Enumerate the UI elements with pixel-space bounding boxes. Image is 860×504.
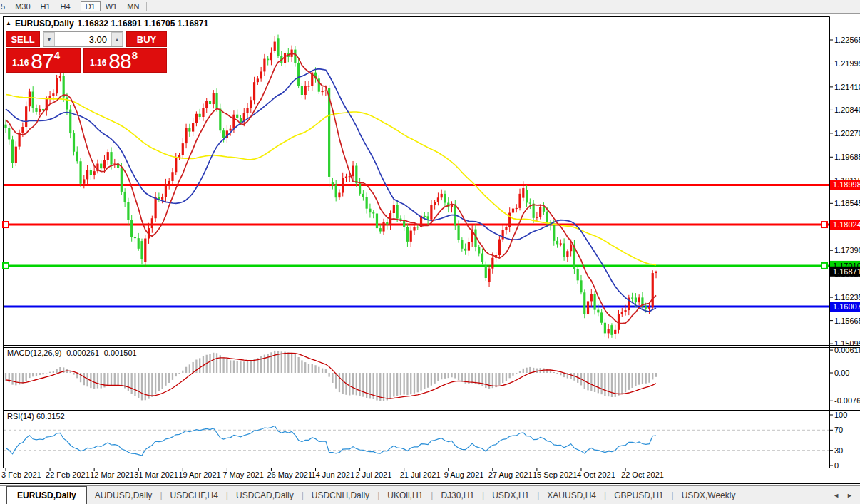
date-label: 3 Feb 2021 <box>1 470 41 479</box>
collapse-trade-panel-icon[interactable]: ▲ <box>6 21 11 26</box>
tab-ukoil-h1[interactable]: UKOil,H1 <box>379 486 431 504</box>
tab-gbpusd-h1[interactable]: GBPUSD,H1 <box>606 486 671 504</box>
tab-bar-stub <box>0 486 6 504</box>
ma-55-line <box>6 95 656 265</box>
timeframe-button-w1[interactable]: W1 <box>101 1 123 11</box>
svg-text:1.20270: 1.20270 <box>834 129 860 138</box>
price-badge: 1.16007 <box>833 302 860 311</box>
timeframe-button-h1[interactable]: H1 <box>36 1 56 11</box>
svg-text:1.19685: 1.19685 <box>834 153 860 161</box>
timeframe-button-d1[interactable]: D1 <box>81 1 101 11</box>
buy-price-pips: 88 <box>108 51 130 71</box>
date-label: 22 Oct 2021 <box>621 470 664 479</box>
svg-text:0.006193: 0.006193 <box>834 346 860 354</box>
toolbar-separator <box>78 2 78 11</box>
rsi-indicator-label: RSI(14) 60.3152 <box>7 412 65 421</box>
date-label: 22 Feb 2021 <box>46 470 90 479</box>
date-label: 19 Apr 2021 <box>178 470 220 479</box>
price-chart: 1.225651.219951.214101.208401.202701.196… <box>0 0 860 485</box>
svg-text:1.16235: 1.16235 <box>834 293 860 302</box>
tab-xauusd-h4[interactable]: XAUUSD,H4 <box>539 486 604 504</box>
sell-price-prefix: 1.16 <box>12 58 29 68</box>
chart-symbol-label: EURUSD,Daily <box>15 19 74 29</box>
timeframe-toolbar: 5M30H1H4D1W1MN <box>0 0 860 14</box>
date-label: 26 May 2021 <box>267 470 312 479</box>
svg-text:1.21410: 1.21410 <box>834 83 860 91</box>
hline-handle[interactable] <box>821 263 827 269</box>
date-label: 27 Aug 2021 <box>488 470 533 479</box>
date-label: 15 Sep 2021 <box>533 470 577 479</box>
svg-text:30: 30 <box>834 446 843 455</box>
sell-price-box[interactable]: 1.16 87 4 <box>6 48 81 73</box>
svg-text:1.17390: 1.17390 <box>834 246 860 254</box>
chart-ohlc-values: 1.16832 1.16891 1.16705 1.16871 <box>78 19 209 29</box>
chart-frame <box>0 17 860 484</box>
timeframe-button-mn[interactable]: MN <box>122 1 144 11</box>
buy-price-prefix: 1.16 <box>90 58 106 68</box>
timeframe-button-h4[interactable]: H4 <box>56 1 76 11</box>
date-label: 12 Mar 2021 <box>90 470 134 479</box>
svg-text:1.21995: 1.21995 <box>834 59 860 68</box>
macd-histogram <box>6 351 656 401</box>
candlesticks <box>4 35 657 339</box>
ma-8-line <box>6 53 656 323</box>
macd-indicator-label: MACD(12,26,9) -0.000261 -0.001501 <box>7 349 137 357</box>
symbol-tab-bar: EURUSD,DailyAUDUSD,Daily|USDCHF,H4|USDCA… <box>0 485 860 504</box>
price-badge: 1.18024 <box>833 220 860 229</box>
svg-text:1.18545: 1.18545 <box>834 199 860 207</box>
svg-text:0.00: 0.00 <box>834 369 849 377</box>
volume-decrease-button[interactable]: ▼ <box>43 32 55 46</box>
hline-handle[interactable] <box>3 263 9 269</box>
date-label: 9 Aug 2021 <box>444 470 484 479</box>
buy-price-point: 8 <box>132 49 138 61</box>
date-label: 21 Jul 2021 <box>400 470 441 479</box>
date-label: 4 Oct 2021 <box>577 470 615 479</box>
tabs-scroll-right-icon[interactable]: ► <box>846 492 853 499</box>
date-label: 7 May 2021 <box>222 470 263 479</box>
axis-labels: 1.225651.219951.214101.208401.202701.196… <box>1 36 860 479</box>
tab-usdx-weekly[interactable]: USDX,Weekly <box>674 486 744 504</box>
tab-eurusd-daily[interactable]: EURUSD,Daily <box>6 486 87 504</box>
price-badge: 1.16871 <box>833 267 860 276</box>
chart-title: ▲ EURUSD,Daily 1.16832 1.16891 1.16705 1… <box>6 19 208 29</box>
buy-price-box[interactable]: 1.16 88 8 <box>83 48 167 73</box>
svg-text:1.20840: 1.20840 <box>834 106 860 114</box>
svg-text:0: 0 <box>834 461 839 470</box>
tab-audusd-daily[interactable]: AUDUSD,Daily <box>87 486 160 504</box>
timeframe-button-m30[interactable]: M30 <box>10 1 35 11</box>
timeframe-button-5[interactable]: 5 <box>0 1 10 11</box>
one-click-trading-panel: SELL ▼ 3.00 ▲ BUY 1.16 87 4 1.16 88 8 <box>6 31 167 73</box>
svg-text:-0.00762: -0.00762 <box>834 396 860 405</box>
tab-dj30-h1[interactable]: DJ30,H1 <box>433 486 482 504</box>
date-label: 14 Jun 2021 <box>312 470 355 479</box>
date-label: 2 Jul 2021 <box>356 470 392 479</box>
svg-text:70: 70 <box>834 426 843 434</box>
buy-button[interactable]: BUY <box>126 31 167 47</box>
volume-field[interactable]: ▼ 3.00 ▲ <box>43 31 123 47</box>
sell-price-point: 4 <box>54 49 60 61</box>
price-badge: 1.18998 <box>833 180 860 189</box>
hline-handle[interactable] <box>821 222 827 227</box>
tab-usdcnh-daily[interactable]: USDCNH,Daily <box>304 486 377 504</box>
svg-text:1.22565: 1.22565 <box>834 36 860 44</box>
macd-signal-line <box>6 353 656 398</box>
tab-usdcad-daily[interactable]: USDCAD,Daily <box>228 486 302 504</box>
svg-text:100: 100 <box>834 411 847 419</box>
toolbar-separator <box>146 2 147 11</box>
tab-usdchf-h4[interactable]: USDCHF,H4 <box>163 486 226 504</box>
sell-price-pips: 87 <box>31 51 53 71</box>
tabs-scroll-left-icon[interactable]: ◄ <box>833 492 839 499</box>
tab-usdx-h1[interactable]: USDX,H1 <box>484 486 537 504</box>
date-label: 31 Mar 2021 <box>134 470 178 479</box>
moving-average-lines <box>6 53 656 323</box>
volume-input[interactable]: 3.00 <box>55 32 111 46</box>
volume-increase-button[interactable]: ▲ <box>111 32 123 46</box>
hline-handle[interactable] <box>3 222 9 227</box>
svg-text:1.15665: 1.15665 <box>834 317 860 325</box>
sell-button[interactable]: SELL <box>6 31 40 47</box>
